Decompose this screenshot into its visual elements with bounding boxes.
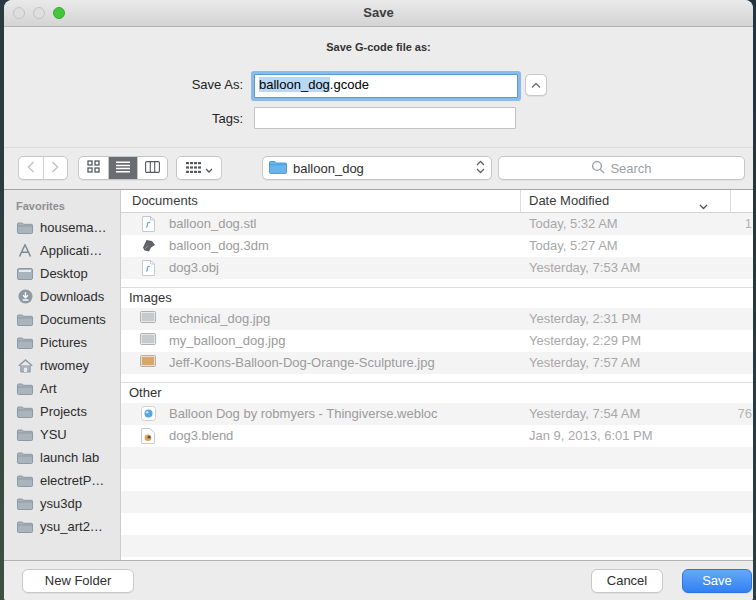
file-date: Yesterday, 7:53 AM: [529, 257, 640, 279]
arrange-menu-button[interactable]: [176, 156, 222, 180]
sidebar-item-pictures[interactable]: Pictures: [4, 331, 120, 354]
sidebar-item-ysu3dp[interactable]: ysu3dp: [4, 492, 120, 515]
sidebar-item-launch-lab[interactable]: launch lab: [4, 446, 120, 469]
sidebar-item-ysu[interactable]: YSU: [4, 423, 120, 446]
nav-buttons: [18, 156, 68, 180]
column-divider: [730, 190, 731, 212]
chevron-left-icon: [27, 161, 35, 176]
sidebar-item-desktop[interactable]: Desktop: [4, 262, 120, 285]
search-placeholder: Search: [610, 161, 651, 176]
filename-input[interactable]: balloon_dog.gcode: [254, 74, 518, 98]
sidebar-item-applications[interactable]: Applicati…: [4, 239, 120, 262]
folder-icon: [16, 314, 34, 326]
tags-label: Tags:: [4, 107, 243, 131]
sidebar-item-downloads[interactable]: Downloads: [4, 285, 120, 308]
search-input[interactable]: Search: [498, 156, 745, 180]
date-modified-column-header[interactable]: Date Modified: [529, 190, 609, 212]
back-button[interactable]: [19, 157, 44, 179]
image-file-icon: [139, 311, 157, 323]
grid-view-icon: [87, 160, 100, 176]
save-sheet: Save G-code file as: Save As: balloon_do…: [4, 27, 753, 147]
folder-icon: [16, 521, 34, 533]
expand-dialog-button[interactable]: [525, 74, 547, 96]
sheet-heading: Save G-code file as:: [4, 41, 753, 53]
filename-extension-text: .gcode: [330, 77, 369, 92]
finder-toolbar: balloon_dog Search: [4, 147, 753, 190]
image-orange-file-icon: [139, 355, 157, 367]
folder-icon: [16, 452, 34, 464]
folder-icon: [16, 383, 34, 395]
list-header-row: Documents Date Modified: [121, 190, 753, 213]
location-dropdown[interactable]: balloon_dog: [262, 156, 492, 180]
dialog-footer: New Folder Cancel Save: [4, 561, 753, 600]
file-size: 1: [745, 213, 752, 235]
arrange-icon: [186, 161, 201, 176]
home-icon: [16, 359, 34, 373]
view-segmented-control: [78, 156, 168, 180]
blend-file-icon: [139, 428, 157, 444]
sidebar-item-documents[interactable]: Documents: [4, 308, 120, 331]
icon-view-button[interactable]: [79, 157, 108, 179]
file-name: technical_dog.jpg: [169, 308, 270, 330]
save-dialog-window: Save Save G-code file as: Save As: ballo…: [4, 0, 753, 600]
window-title: Save: [4, 0, 753, 26]
name-column-header[interactable]: Documents: [132, 190, 198, 212]
folder-icon: [16, 337, 34, 349]
save-as-label: Save As:: [4, 73, 243, 97]
sidebar-item-electret[interactable]: electretP…: [4, 469, 120, 492]
file-date: Jan 9, 2013, 6:01 PM: [529, 425, 653, 447]
forward-button[interactable]: [44, 157, 68, 179]
chevron-up-icon: [531, 77, 541, 92]
column-view-button[interactable]: [137, 157, 167, 179]
sidebar-item-label: ysu_art2…: [40, 519, 103, 534]
sidebar-item-label: launch lab: [40, 450, 99, 465]
sidebar-item-home[interactable]: rtwomey: [4, 354, 120, 377]
folder-icon: [16, 429, 34, 441]
sidebar-header: Favorites: [4, 198, 120, 216]
table-row[interactable]: balloon_dog.3dm Today, 5:27 AM: [121, 235, 753, 257]
sidebar-item-label: Downloads: [40, 289, 104, 304]
table-row[interactable]: Balloon Dog by robmyers - Thingiverse.we…: [121, 403, 753, 425]
downloads-icon: [16, 289, 34, 304]
file-name: Balloon Dog by robmyers - Thingiverse.we…: [169, 403, 438, 425]
empty-row-stripe: [121, 447, 753, 469]
sort-chevron-down-icon: [699, 198, 708, 213]
table-row[interactable]: balloon_dog.stl Today, 5:32 AM 1: [121, 213, 753, 235]
file-date: Today, 5:27 AM: [529, 235, 618, 257]
new-folder-button[interactable]: New Folder: [22, 569, 134, 593]
sidebar-item-label: Desktop: [40, 266, 88, 281]
sidebar-item-ysu-art2[interactable]: ysu_art2…: [4, 515, 120, 538]
sidebar-item-label: housema…: [40, 220, 106, 235]
table-row[interactable]: technical_dog.jpg Yesterday, 2:31 PM: [121, 308, 753, 330]
sidebar-item-label: Documents: [40, 312, 106, 327]
file-name: dog3.obj: [169, 257, 219, 279]
table-row[interactable]: dog3.obj Yesterday, 7:53 AM: [121, 257, 753, 279]
sidebar-item-projects[interactable]: Projects: [4, 400, 120, 423]
file-date: Yesterday, 7:54 AM: [529, 403, 640, 425]
file-size: 76: [738, 403, 752, 425]
group-header-other: Other: [121, 382, 753, 403]
save-button[interactable]: Save: [682, 569, 752, 593]
cancel-button[interactable]: Cancel: [591, 569, 663, 593]
sidebar-item-label: Applicati…: [40, 243, 102, 258]
table-row[interactable]: dog3.blend Jan 9, 2013, 6:01 PM: [121, 425, 753, 447]
empty-row-stripe: [121, 469, 753, 491]
model-file-icon: [139, 260, 157, 276]
table-row[interactable]: Jeff-Koons-Balloon-Dog-Orange-Sculpture.…: [121, 352, 753, 374]
empty-row-stripe: [121, 491, 753, 513]
webloc-file-icon: [139, 406, 157, 421]
desktop-icon: [16, 268, 34, 280]
applications-icon: [16, 244, 34, 257]
image-file-icon: [139, 333, 157, 345]
folder-icon: [16, 475, 34, 487]
list-view-button[interactable]: [108, 157, 138, 179]
file-name: balloon_dog.stl: [169, 213, 256, 235]
file-name: Jeff-Koons-Balloon-Dog-Orange-Sculpture.…: [169, 352, 435, 374]
sidebar-item-label: electretP…: [40, 473, 104, 488]
sidebar-item-label: Art: [40, 381, 57, 396]
tags-input[interactable]: [254, 107, 516, 129]
sidebar-item-housematerial[interactable]: housema…: [4, 216, 120, 239]
table-row[interactable]: my_balloon_dog.jpg Yesterday, 2:29 PM: [121, 330, 753, 352]
sidebar-item-art[interactable]: Art: [4, 377, 120, 400]
sidebar-item-label: rtwomey: [40, 358, 89, 373]
